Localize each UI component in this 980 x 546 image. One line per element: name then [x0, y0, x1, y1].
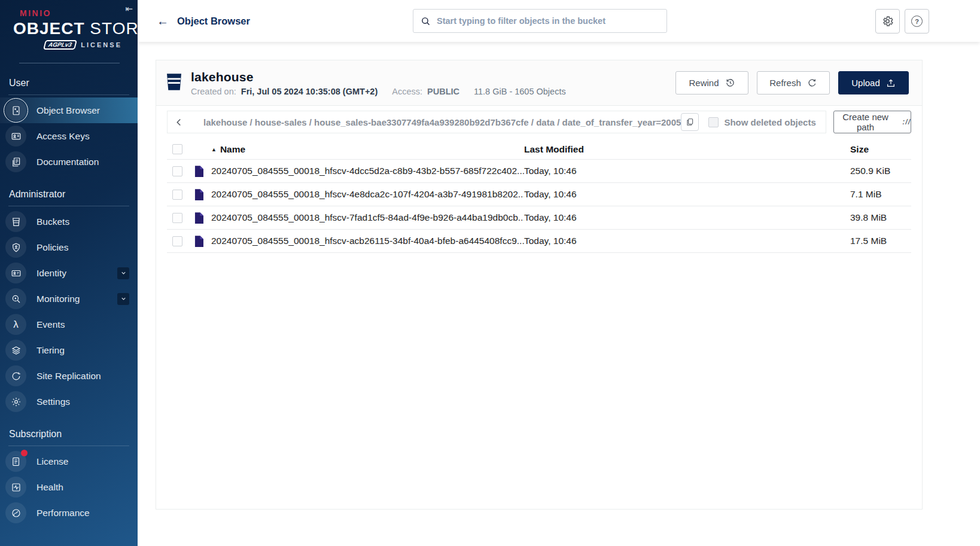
refresh-label: Refresh [769, 78, 801, 88]
sidebar-item-buckets[interactable]: Buckets [0, 209, 138, 234]
license-row: AGPLv3 LICENSE [13, 40, 126, 50]
show-deleted-toggle[interactable]: Show deleted objects [708, 117, 815, 127]
object-modified: Today, 10:46 [524, 212, 850, 223]
refresh-button[interactable]: Refresh [757, 71, 830, 94]
table-row[interactable]: 20240705_084555_00018_hfscv-4dcc5d2a-c8b… [167, 160, 911, 183]
sidebar-item-settings[interactable]: Settings [0, 389, 138, 414]
row-checkbox[interactable] [172, 190, 182, 200]
section-administrator: Administrator [0, 189, 138, 200]
logo-divider [19, 63, 120, 63]
table-row[interactable]: 20240705_084555_00018_hfscv-7fad1cf5-84a… [167, 206, 911, 230]
path-back-button[interactable] [168, 117, 190, 127]
settings-gear-icon [5, 391, 26, 412]
rewind-button[interactable]: Rewind [675, 71, 748, 94]
objects-section: lakehouse / house-sales / house_sales-ba… [156, 106, 922, 253]
chevron-left-icon [174, 117, 184, 127]
created-on-label: Created on: [191, 87, 236, 96]
monitoring-icon [5, 288, 26, 309]
buckets-icon [5, 211, 26, 232]
name-column-header[interactable]: ▲Name [211, 144, 524, 155]
sidebar-item-label: Identity [36, 268, 66, 279]
modified-header-label: Last Modified [524, 144, 584, 154]
row-checkbox[interactable] [172, 213, 182, 223]
logo-store: STORE [90, 19, 138, 38]
object-name[interactable]: 20240705_084555_00018_hfscv-7fad1cf5-84a… [211, 212, 524, 223]
upload-button[interactable]: Upload [838, 71, 909, 94]
sidebar-item-label: Settings [36, 396, 70, 407]
copy-path-button[interactable] [681, 113, 699, 131]
sidebar-item-object-browser[interactable]: Object Browser [0, 97, 138, 123]
sidebar-item-identity[interactable]: Identity [0, 260, 138, 286]
sidebar-item-access-keys[interactable]: Access Keys [0, 123, 138, 149]
sidebar-item-documentation[interactable]: Documentation [0, 149, 138, 175]
size-header-label: Size [850, 144, 869, 154]
health-icon [5, 477, 26, 498]
sidebar-item-label: Documentation [36, 157, 99, 167]
license-icon [5, 451, 26, 472]
name-header-label: Name [220, 144, 245, 154]
objects-table: ▲Name Last Modified Size 20240705_084555… [167, 139, 911, 253]
help-button[interactable]: ? [905, 9, 929, 33]
sidebar-item-policies[interactable]: Policies [0, 234, 138, 260]
events-icon: λ [5, 314, 26, 335]
object-modified: Today, 10:46 [524, 189, 850, 200]
divider [8, 446, 129, 446]
created-on-value: Fri, Jul 05 2024 10:35:08 (GMT+2) [241, 87, 378, 96]
sidebar-item-site-replication[interactable]: Site Replication [0, 363, 138, 389]
select-all-checkbox[interactable] [172, 144, 182, 154]
access-label: Access: [392, 87, 422, 96]
upload-label: Upload [851, 78, 880, 88]
section-subscription: Subscription [0, 429, 138, 440]
file-icon [194, 189, 203, 200]
sidebar-item-health[interactable]: Health [0, 474, 138, 500]
sidebar-item-label: Access Keys [36, 131, 90, 142]
breadcrumb[interactable]: lakehouse / house-sales / house_sales-ba… [190, 117, 681, 127]
path-icon: :// [902, 118, 911, 126]
sidebar-item-label: Site Replication [36, 371, 101, 382]
sidebar-item-license[interactable]: License [0, 449, 138, 474]
row-checkbox[interactable] [172, 166, 182, 176]
lambda-glyph: λ [13, 319, 19, 330]
modified-column-header[interactable]: Last Modified [524, 144, 850, 155]
logo: MINIO OBJECT STORE AGPLv3 LICENSE [0, 0, 138, 63]
rewind-label: Rewind [689, 78, 719, 88]
sidebar-item-tiering[interactable]: Tiering [0, 337, 138, 363]
settings-button[interactable] [875, 9, 900, 33]
size-column-header[interactable]: Size [850, 144, 911, 155]
bucket-header: lakehouse Created on: Fri, Jul 05 2024 1… [156, 60, 922, 106]
access-keys-icon [5, 126, 26, 147]
content-area: lakehouse Created on: Fri, Jul 05 2024 1… [138, 42, 980, 546]
sidebar-item-performance[interactable]: Performance [0, 500, 138, 526]
search-input[interactable] [437, 16, 659, 26]
upload-icon [886, 78, 896, 88]
main-area: ← Object Browser ? l [138, 0, 980, 546]
table-row[interactable]: 20240705_084555_00018_hfscv-4e8dca2c-107… [167, 183, 911, 206]
sidebar-item-events[interactable]: λ Events [0, 312, 138, 337]
object-size: 7.1 MiB [850, 189, 911, 200]
bucket-usage: 11.8 GiB - 1605 Objects [474, 87, 566, 96]
row-checkbox[interactable] [172, 236, 182, 246]
divider [8, 94, 129, 95]
show-deleted-checkbox[interactable] [708, 117, 719, 127]
create-new-path-button[interactable]: Create new path :// [833, 111, 911, 133]
object-name[interactable]: 20240705_084555_00018_hfscv-acb26115-34b… [211, 236, 524, 246]
table-header-row: ▲Name Last Modified Size [167, 139, 911, 160]
object-name[interactable]: 20240705_084555_00018_hfscv-4dcc5d2a-c8b… [211, 166, 524, 176]
logo-object: OBJECT [13, 19, 85, 38]
sidebar-item-label: Policies [36, 242, 68, 253]
file-icon [194, 212, 203, 224]
object-filter-search[interactable] [413, 9, 667, 33]
back-arrow-icon[interactable]: ← [157, 14, 169, 28]
tiering-icon [5, 340, 26, 361]
object-name[interactable]: 20240705_084555_00018_hfscv-4e8dca2c-107… [211, 189, 524, 200]
show-deleted-label: Show deleted objects [724, 117, 815, 127]
collapse-sidebar-icon[interactable]: ⇤ [125, 4, 133, 14]
object-store-wordmark: OBJECT STORE [13, 19, 126, 38]
chevron-down-icon [117, 267, 129, 279]
license-alert-dot [21, 450, 28, 456]
app-window: ⇤ MINIO OBJECT STORE AGPLv3 LICENSE User… [0, 0, 980, 546]
sidebar-item-monitoring[interactable]: Monitoring [0, 286, 138, 312]
minio-wordmark: MINIO [20, 8, 126, 18]
license-word: LICENSE [81, 41, 122, 48]
table-row[interactable]: 20240705_084555_00018_hfscv-acb26115-34b… [167, 230, 911, 253]
